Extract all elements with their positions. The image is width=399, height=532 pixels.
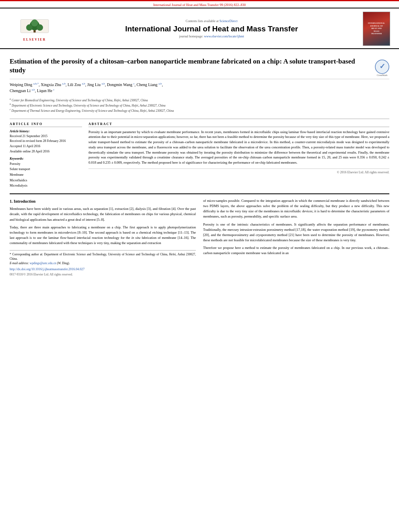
abstract-column: ABSTRACT Porosity is an important parame… bbox=[88, 122, 389, 189]
elsevier-tree-icon bbox=[19, 18, 51, 37]
body-section: 1. Introduction Membranes have been wide… bbox=[10, 193, 389, 277]
affiliation-b: b Department of Electronic Science and T… bbox=[10, 103, 389, 108]
affiliation-c: c Department of Thermal Science and Ener… bbox=[10, 108, 389, 113]
abstract-text: Porosity is an important parameter by wh… bbox=[88, 129, 389, 165]
right-para-3: Therefore we propose here a method to es… bbox=[203, 245, 389, 256]
intro-para-2: Today, there are three main approaches t… bbox=[10, 225, 196, 246]
article-title: Estimation of the porosity of a chitosan… bbox=[10, 57, 375, 75]
keyword-microfluidics: Microfluidics bbox=[10, 178, 82, 183]
date-received: Received 21 September 2015 bbox=[10, 134, 82, 139]
affiliation-a: a Center for Biomedical Engineering, Uni… bbox=[10, 97, 389, 103]
article-title-section: Estimation of the porosity of a chitosan… bbox=[10, 53, 389, 79]
footnote-email: E-mail address: wpdings@ustc.edu.cn (W. … bbox=[10, 261, 196, 265]
doi-link[interactable]: http://dx.doi.org/10.1016/j.ijheatmasstr… bbox=[10, 267, 196, 272]
cover-title-text: INTERNATIONAL JOURNAL OF HEAT AND MASS T… bbox=[364, 22, 389, 35]
affiliations-section: a Center for Biomedical Engineering, Uni… bbox=[10, 96, 389, 115]
journal-cover-area: INTERNATIONAL JOURNAL OF HEAT AND MASS T… bbox=[360, 12, 393, 46]
date-revised: Received in revised form 28 February 201… bbox=[10, 139, 82, 144]
body-col-right: of micro-samples possible. Compared to t… bbox=[203, 198, 389, 277]
intro-para-1: Membranes have been widely used in vario… bbox=[10, 206, 196, 222]
homepage-url[interactable]: www.elsevier.com/locate/ijhmt bbox=[204, 35, 244, 38]
footnote-corresponding: * Corresponding author at: Department of… bbox=[10, 252, 196, 261]
info-abstract-row: ARTICLE INFO Article history: Received 2… bbox=[10, 119, 389, 189]
crossmark-icon: ✓ bbox=[375, 60, 389, 74]
publisher-logo-area: ELSEVIER bbox=[6, 16, 63, 41]
body-col-left: 1. Introduction Membranes have been wide… bbox=[10, 198, 196, 277]
article-info-header: ARTICLE INFO bbox=[10, 122, 82, 127]
abstract-header: ABSTRACT bbox=[88, 122, 389, 127]
right-para-2: Porosity is one of the intrinsic charact… bbox=[203, 222, 389, 243]
journal-title-area: Contents lists available at ScienceDirec… bbox=[63, 19, 360, 39]
journal-header: ELSEVIER Contents lists available at Sci… bbox=[0, 8, 399, 49]
right-para-1: of micro-samples possible. Compared to t… bbox=[203, 198, 389, 220]
date-online: Available online 28 April 2016 bbox=[10, 149, 82, 154]
authors-section: Weiping Ding a,b,*, Xingxia Zhu a,b, Lil… bbox=[10, 79, 389, 96]
crossmark-label: CrossMark bbox=[377, 74, 388, 76]
authors-line: Weiping Ding a,b,*, Xingxia Zhu a,b, Lil… bbox=[10, 82, 389, 94]
author-chengpan: Chengpan Li bbox=[10, 89, 31, 93]
author-weiping: Weiping Ding bbox=[10, 82, 33, 87]
keyword-solute: Solute transport bbox=[10, 166, 82, 172]
issn-line: 0017-9310/© 2016 Elsevier Ltd. All right… bbox=[10, 272, 196, 277]
journal-title: International Journal of Heat and Mass T… bbox=[67, 25, 356, 34]
cover-title-line3: MASS bbox=[374, 30, 379, 32]
footnote-section: * Corresponding author at: Department of… bbox=[10, 250, 196, 277]
elsevier-logo: ELSEVIER bbox=[6, 18, 63, 41]
keyword-membrane: Membrane bbox=[10, 172, 82, 178]
sciencedirect-link[interactable]: ScienceDirect bbox=[220, 19, 238, 23]
crossmark-area: ✓ CrossMark bbox=[375, 60, 389, 76]
cover-title-line2: HEAT AND bbox=[371, 27, 382, 29]
section1-title: 1. Introduction bbox=[10, 198, 196, 205]
journal-cover-image: INTERNATIONAL JOURNAL OF HEAT AND MASS T… bbox=[363, 12, 390, 46]
contents-line: Contents lists available at ScienceDirec… bbox=[67, 19, 356, 23]
svg-point-5 bbox=[31, 19, 38, 26]
keyword-microdialysis: Microdialysis bbox=[10, 183, 82, 189]
keywords-section: Keywords: Porosity Solute transport Memb… bbox=[10, 157, 82, 189]
cover-title-line4: TRANSFER bbox=[371, 33, 382, 35]
copyright-line: © 2016 Elsevier Ltd. All rights reserved… bbox=[88, 168, 389, 174]
article-info-column: ARTICLE INFO Article history: Received 2… bbox=[10, 122, 82, 189]
journal-homepage: journal homepage: www.elsevier.com/locat… bbox=[67, 35, 356, 38]
keyword-porosity: Porosity bbox=[10, 161, 82, 167]
svg-point-3 bbox=[26, 25, 33, 31]
cover-title-line1: INTERNATIONAL JOURNAL OF bbox=[368, 22, 385, 27]
date-accepted: Accepted 11 April 2016 bbox=[10, 144, 82, 149]
elsevier-label-text: ELSEVIER bbox=[23, 38, 46, 41]
journal-reference-text: International Journal of Heat and Mass T… bbox=[153, 3, 246, 7]
history-label: Article history: bbox=[10, 129, 82, 133]
main-content: Estimation of the porosity of a chitosan… bbox=[0, 49, 399, 281]
svg-point-4 bbox=[37, 25, 43, 31]
two-col-layout: 1. Introduction Membranes have been wide… bbox=[10, 198, 389, 277]
svg-text:✓: ✓ bbox=[379, 62, 385, 70]
journal-reference-bar: International Journal of Heat and Mass T… bbox=[0, 0, 399, 8]
keywords-label: Keywords: bbox=[10, 157, 82, 160]
email-link[interactable]: wpdings@ustc.edu.cn bbox=[30, 261, 56, 265]
